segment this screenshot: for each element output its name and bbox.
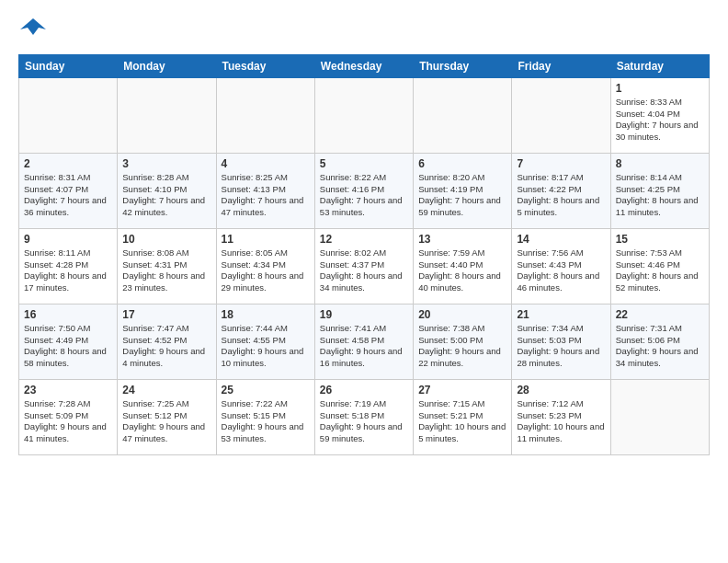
header [18, 15, 710, 45]
weekday-header-friday: Friday [512, 54, 610, 77]
day-number: 8 [616, 157, 704, 170]
day-info: Sunrise: 7:56 AM Sunset: 4:43 PM Dayligh… [517, 247, 605, 294]
calendar-cell [414, 77, 512, 153]
day-number: 16 [24, 308, 112, 321]
calendar-cell: 21Sunrise: 7:34 AM Sunset: 5:03 PM Dayli… [512, 304, 610, 379]
day-number: 9 [24, 233, 112, 246]
calendar-week-0: 1Sunrise: 8:33 AM Sunset: 4:04 PM Daylig… [19, 77, 710, 153]
day-number: 5 [320, 157, 408, 170]
calendar-cell: 23Sunrise: 7:28 AM Sunset: 5:09 PM Dayli… [19, 379, 118, 454]
day-number: 11 [222, 233, 310, 246]
svg-marker-0 [20, 18, 46, 35]
weekday-header-thursday: Thursday [414, 54, 512, 77]
calendar-week-4: 23Sunrise: 7:28 AM Sunset: 5:09 PM Dayli… [19, 379, 710, 454]
calendar-table: SundayMondayTuesdayWednesdayThursdayFrid… [18, 54, 710, 455]
day-info: Sunrise: 8:05 AM Sunset: 4:34 PM Dayligh… [222, 247, 310, 294]
day-number: 17 [122, 308, 210, 321]
day-number: 20 [418, 308, 506, 321]
calendar-cell: 15Sunrise: 7:53 AM Sunset: 4:46 PM Dayli… [610, 228, 709, 304]
calendar-cell: 18Sunrise: 7:44 AM Sunset: 4:55 PM Dayli… [216, 304, 314, 379]
calendar-cell [512, 77, 610, 153]
day-number: 13 [418, 233, 506, 246]
calendar-cell: 28Sunrise: 7:12 AM Sunset: 5:23 PM Dayli… [512, 379, 610, 454]
day-info: Sunrise: 7:25 AM Sunset: 5:12 PM Dayligh… [122, 398, 210, 445]
calendar-cell: 4Sunrise: 8:25 AM Sunset: 4:13 PM Daylig… [216, 153, 314, 228]
day-number: 14 [517, 233, 605, 246]
weekday-row: SundayMondayTuesdayWednesdayThursdayFrid… [19, 54, 710, 77]
day-info: Sunrise: 7:53 AM Sunset: 4:46 PM Dayligh… [616, 247, 704, 294]
day-number: 26 [320, 384, 408, 396]
day-info: Sunrise: 8:20 AM Sunset: 4:19 PM Dayligh… [418, 172, 506, 219]
day-number: 25 [222, 384, 310, 396]
day-info: Sunrise: 8:08 AM Sunset: 4:31 PM Dayligh… [122, 247, 210, 294]
day-info: Sunrise: 8:22 AM Sunset: 4:16 PM Dayligh… [320, 172, 408, 219]
page: SundayMondayTuesdayWednesdayThursdayFrid… [0, 0, 728, 563]
calendar-week-3: 16Sunrise: 7:50 AM Sunset: 4:49 PM Dayli… [19, 304, 710, 379]
calendar-cell: 12Sunrise: 8:02 AM Sunset: 4:37 PM Dayli… [314, 228, 413, 304]
day-info: Sunrise: 7:44 AM Sunset: 4:55 PM Dayligh… [222, 323, 310, 370]
calendar-cell: 14Sunrise: 7:56 AM Sunset: 4:43 PM Dayli… [512, 228, 610, 304]
day-number: 21 [517, 308, 605, 321]
calendar-cell: 20Sunrise: 7:38 AM Sunset: 5:00 PM Dayli… [414, 304, 512, 379]
logo-bird-icon [20, 15, 46, 40]
day-number: 12 [320, 233, 408, 246]
day-info: Sunrise: 7:34 AM Sunset: 5:03 PM Dayligh… [517, 323, 605, 370]
calendar-cell [118, 77, 216, 153]
day-number: 27 [418, 384, 506, 396]
weekday-header-saturday: Saturday [610, 54, 709, 77]
day-number: 7 [517, 157, 605, 170]
calendar-cell: 27Sunrise: 7:15 AM Sunset: 5:21 PM Dayli… [414, 379, 512, 454]
calendar-cell: 13Sunrise: 7:59 AM Sunset: 4:40 PM Dayli… [414, 228, 512, 304]
day-number: 22 [616, 308, 704, 321]
day-info: Sunrise: 8:14 AM Sunset: 4:25 PM Dayligh… [616, 172, 704, 219]
calendar-cell [216, 77, 314, 153]
calendar-cell: 16Sunrise: 7:50 AM Sunset: 4:49 PM Dayli… [19, 304, 118, 379]
day-number: 6 [418, 157, 506, 170]
day-info: Sunrise: 8:28 AM Sunset: 4:10 PM Dayligh… [122, 172, 210, 219]
logo-text [18, 15, 46, 45]
logo [18, 15, 46, 45]
day-number: 15 [616, 233, 704, 246]
weekday-header-wednesday: Wednesday [314, 54, 413, 77]
calendar-cell: 26Sunrise: 7:19 AM Sunset: 5:18 PM Dayli… [314, 379, 413, 454]
day-info: Sunrise: 7:59 AM Sunset: 4:40 PM Dayligh… [418, 247, 506, 294]
day-number: 3 [122, 157, 210, 170]
day-number: 10 [122, 233, 210, 246]
calendar-header: SundayMondayTuesdayWednesdayThursdayFrid… [19, 54, 710, 77]
day-info: Sunrise: 7:38 AM Sunset: 5:00 PM Dayligh… [418, 323, 506, 370]
calendar-cell [314, 77, 413, 153]
day-info: Sunrise: 7:47 AM Sunset: 4:52 PM Dayligh… [122, 323, 210, 370]
day-info: Sunrise: 7:19 AM Sunset: 5:18 PM Dayligh… [320, 398, 408, 445]
day-number: 18 [222, 308, 310, 321]
day-info: Sunrise: 8:31 AM Sunset: 4:07 PM Dayligh… [24, 172, 112, 219]
calendar-cell: 17Sunrise: 7:47 AM Sunset: 4:52 PM Dayli… [118, 304, 216, 379]
day-info: Sunrise: 7:28 AM Sunset: 5:09 PM Dayligh… [24, 398, 112, 445]
calendar-cell: 1Sunrise: 8:33 AM Sunset: 4:04 PM Daylig… [610, 77, 709, 153]
calendar-cell: 2Sunrise: 8:31 AM Sunset: 4:07 PM Daylig… [19, 153, 118, 228]
day-info: Sunrise: 7:12 AM Sunset: 5:23 PM Dayligh… [517, 398, 605, 445]
calendar-cell: 8Sunrise: 8:14 AM Sunset: 4:25 PM Daylig… [610, 153, 709, 228]
day-info: Sunrise: 7:22 AM Sunset: 5:15 PM Dayligh… [222, 398, 310, 445]
weekday-header-tuesday: Tuesday [216, 54, 314, 77]
calendar-cell: 19Sunrise: 7:41 AM Sunset: 4:58 PM Dayli… [314, 304, 413, 379]
weekday-header-monday: Monday [118, 54, 216, 77]
calendar-cell: 24Sunrise: 7:25 AM Sunset: 5:12 PM Dayli… [118, 379, 216, 454]
calendar-cell: 22Sunrise: 7:31 AM Sunset: 5:06 PM Dayli… [610, 304, 709, 379]
calendar-cell: 6Sunrise: 8:20 AM Sunset: 4:19 PM Daylig… [414, 153, 512, 228]
day-info: Sunrise: 8:17 AM Sunset: 4:22 PM Dayligh… [517, 172, 605, 219]
calendar-cell: 3Sunrise: 8:28 AM Sunset: 4:10 PM Daylig… [118, 153, 216, 228]
day-number: 4 [222, 157, 310, 170]
day-number: 19 [320, 308, 408, 321]
weekday-header-sunday: Sunday [19, 54, 118, 77]
day-number: 2 [24, 157, 112, 170]
calendar-cell: 5Sunrise: 8:22 AM Sunset: 4:16 PM Daylig… [314, 153, 413, 228]
day-number: 24 [122, 384, 210, 396]
calendar-cell: 10Sunrise: 8:08 AM Sunset: 4:31 PM Dayli… [118, 228, 216, 304]
day-info: Sunrise: 7:15 AM Sunset: 5:21 PM Dayligh… [418, 398, 506, 445]
calendar-week-2: 9Sunrise: 8:11 AM Sunset: 4:28 PM Daylig… [19, 228, 710, 304]
day-info: Sunrise: 8:02 AM Sunset: 4:37 PM Dayligh… [320, 247, 408, 294]
day-info: Sunrise: 7:41 AM Sunset: 4:58 PM Dayligh… [320, 323, 408, 370]
calendar-cell [610, 379, 709, 454]
day-info: Sunrise: 7:31 AM Sunset: 5:06 PM Dayligh… [616, 323, 704, 370]
calendar-cell [19, 77, 118, 153]
